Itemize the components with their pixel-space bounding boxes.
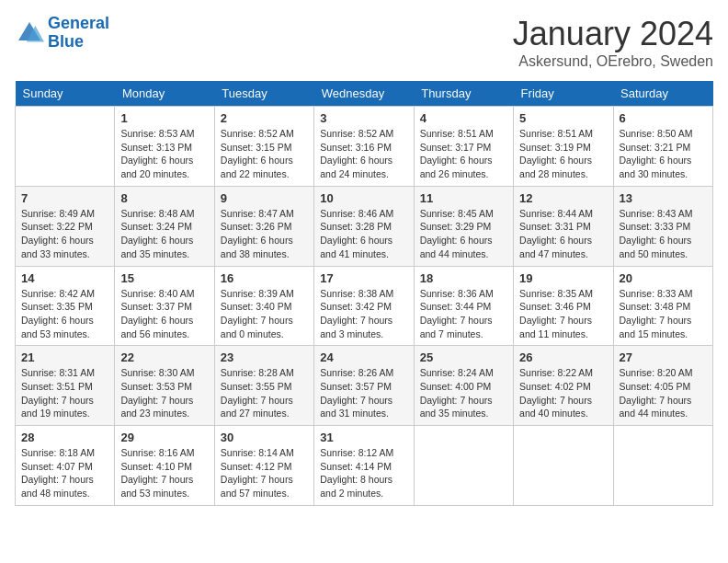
day-info: Sunrise: 8:52 AMSunset: 3:15 PMDaylight:… bbox=[221, 127, 308, 181]
day-number: 4 bbox=[420, 111, 507, 125]
calendar-cell: 18Sunrise: 8:36 AMSunset: 3:44 PMDayligh… bbox=[414, 266, 513, 346]
day-info: Sunrise: 8:22 AMSunset: 4:02 PMDaylight:… bbox=[519, 366, 607, 420]
day-info: Sunrise: 8:51 AMSunset: 3:19 PMDaylight:… bbox=[519, 127, 607, 181]
day-info: Sunrise: 8:31 AMSunset: 3:51 PMDaylight:… bbox=[21, 366, 108, 420]
logo: General Blue bbox=[15, 15, 109, 52]
day-number: 2 bbox=[221, 111, 308, 125]
day-info: Sunrise: 8:52 AMSunset: 3:16 PMDaylight:… bbox=[320, 127, 407, 181]
day-number: 13 bbox=[620, 191, 707, 205]
day-info: Sunrise: 8:47 AMSunset: 3:26 PMDaylight:… bbox=[221, 207, 308, 261]
calendar-cell: 14Sunrise: 8:42 AMSunset: 3:35 PMDayligh… bbox=[16, 266, 115, 346]
calendar-cell: 16Sunrise: 8:39 AMSunset: 3:40 PMDayligh… bbox=[214, 266, 313, 346]
day-info: Sunrise: 8:20 AMSunset: 4:05 PMDaylight:… bbox=[620, 366, 707, 420]
day-info: Sunrise: 8:16 AMSunset: 4:10 PMDaylight:… bbox=[120, 446, 208, 500]
calendar-cell: 8Sunrise: 8:48 AMSunset: 3:24 PMDaylight… bbox=[115, 186, 214, 266]
calendar-cell: 1Sunrise: 8:53 AMSunset: 3:13 PMDaylight… bbox=[115, 107, 214, 187]
day-info: Sunrise: 8:39 AMSunset: 3:40 PMDaylight:… bbox=[221, 287, 308, 341]
day-number: 23 bbox=[221, 350, 308, 364]
calendar-table: SundayMondayTuesdayWednesdayThursdayFrid… bbox=[15, 81, 713, 506]
day-number: 28 bbox=[21, 431, 108, 444]
calendar-cell bbox=[16, 107, 115, 187]
day-number: 17 bbox=[320, 271, 407, 285]
day-number: 27 bbox=[620, 350, 707, 364]
day-number: 24 bbox=[320, 350, 407, 364]
weekday-header-thursday: Thursday bbox=[414, 81, 513, 107]
day-number: 11 bbox=[420, 191, 507, 205]
calendar-cell: 12Sunrise: 8:44 AMSunset: 3:31 PMDayligh… bbox=[514, 186, 613, 266]
calendar-cell: 22Sunrise: 8:30 AMSunset: 3:53 PMDayligh… bbox=[115, 346, 214, 426]
day-number: 3 bbox=[320, 111, 407, 125]
calendar-cell: 9Sunrise: 8:47 AMSunset: 3:26 PMDaylight… bbox=[214, 186, 313, 266]
day-number: 9 bbox=[221, 191, 308, 205]
day-number: 22 bbox=[120, 350, 208, 364]
day-info: Sunrise: 8:50 AMSunset: 3:21 PMDaylight:… bbox=[620, 127, 707, 181]
day-number: 14 bbox=[21, 271, 108, 285]
day-number: 5 bbox=[519, 111, 607, 125]
day-number: 18 bbox=[420, 271, 507, 285]
calendar-cell: 19Sunrise: 8:35 AMSunset: 3:46 PMDayligh… bbox=[514, 266, 613, 346]
day-info: Sunrise: 8:51 AMSunset: 3:17 PMDaylight:… bbox=[420, 127, 507, 181]
month-title: January 2024 bbox=[513, 15, 713, 53]
day-info: Sunrise: 8:42 AMSunset: 3:35 PMDaylight:… bbox=[21, 287, 108, 341]
calendar-cell: 29Sunrise: 8:16 AMSunset: 4:10 PMDayligh… bbox=[115, 426, 214, 506]
day-info: Sunrise: 8:18 AMSunset: 4:07 PMDaylight:… bbox=[21, 446, 108, 500]
week-row-2: 7Sunrise: 8:49 AMSunset: 3:22 PMDaylight… bbox=[16, 186, 713, 266]
calendar-cell bbox=[414, 426, 513, 506]
day-number: 7 bbox=[21, 191, 108, 205]
day-number: 26 bbox=[519, 350, 607, 364]
calendar-cell bbox=[514, 426, 613, 506]
day-info: Sunrise: 8:36 AMSunset: 3:44 PMDaylight:… bbox=[420, 287, 507, 341]
day-number: 1 bbox=[120, 111, 208, 125]
day-info: Sunrise: 8:45 AMSunset: 3:29 PMDaylight:… bbox=[420, 207, 507, 261]
day-number: 20 bbox=[620, 271, 707, 285]
weekday-header-saturday: Saturday bbox=[613, 81, 712, 107]
calendar-cell: 27Sunrise: 8:20 AMSunset: 4:05 PMDayligh… bbox=[613, 346, 712, 426]
weekday-header-monday: Monday bbox=[115, 81, 214, 107]
calendar-cell: 26Sunrise: 8:22 AMSunset: 4:02 PMDayligh… bbox=[514, 346, 613, 426]
calendar-cell: 11Sunrise: 8:45 AMSunset: 3:29 PMDayligh… bbox=[414, 186, 513, 266]
logo-blue: Blue bbox=[48, 32, 84, 51]
day-info: Sunrise: 8:24 AMSunset: 4:00 PMDaylight:… bbox=[420, 366, 507, 420]
calendar-cell: 20Sunrise: 8:33 AMSunset: 3:48 PMDayligh… bbox=[613, 266, 712, 346]
calendar-cell: 4Sunrise: 8:51 AMSunset: 3:17 PMDaylight… bbox=[414, 107, 513, 187]
calendar-cell: 7Sunrise: 8:49 AMSunset: 3:22 PMDaylight… bbox=[16, 186, 115, 266]
calendar-cell: 24Sunrise: 8:26 AMSunset: 3:57 PMDayligh… bbox=[314, 346, 414, 426]
day-info: Sunrise: 8:14 AMSunset: 4:12 PMDaylight:… bbox=[221, 446, 308, 500]
weekday-header-wednesday: Wednesday bbox=[314, 81, 414, 107]
day-info: Sunrise: 8:53 AMSunset: 3:13 PMDaylight:… bbox=[120, 127, 208, 181]
day-info: Sunrise: 8:28 AMSunset: 3:55 PMDaylight:… bbox=[221, 366, 308, 420]
location-title: Askersund, OErebro, Sweden bbox=[513, 53, 713, 70]
day-number: 29 bbox=[120, 431, 208, 444]
day-info: Sunrise: 8:30 AMSunset: 3:53 PMDaylight:… bbox=[120, 366, 208, 420]
week-row-1: 1Sunrise: 8:53 AMSunset: 3:13 PMDaylight… bbox=[16, 107, 713, 187]
day-info: Sunrise: 8:49 AMSunset: 3:22 PMDaylight:… bbox=[21, 207, 108, 261]
calendar-cell: 15Sunrise: 8:40 AMSunset: 3:37 PMDayligh… bbox=[115, 266, 214, 346]
calendar-cell: 5Sunrise: 8:51 AMSunset: 3:19 PMDaylight… bbox=[514, 107, 613, 187]
title-block: January 2024 Askersund, OErebro, Sweden bbox=[513, 15, 713, 70]
calendar-cell: 2Sunrise: 8:52 AMSunset: 3:15 PMDaylight… bbox=[214, 107, 313, 187]
week-row-4: 21Sunrise: 8:31 AMSunset: 3:51 PMDayligh… bbox=[16, 346, 713, 426]
logo-general: General bbox=[48, 14, 109, 32]
day-number: 16 bbox=[221, 271, 308, 285]
calendar-cell: 3Sunrise: 8:52 AMSunset: 3:16 PMDaylight… bbox=[314, 107, 414, 187]
day-info: Sunrise: 8:43 AMSunset: 3:33 PMDaylight:… bbox=[620, 207, 707, 261]
calendar-cell: 31Sunrise: 8:12 AMSunset: 4:14 PMDayligh… bbox=[314, 426, 414, 506]
day-number: 10 bbox=[320, 191, 407, 205]
day-info: Sunrise: 8:35 AMSunset: 3:46 PMDaylight:… bbox=[519, 287, 607, 341]
week-row-3: 14Sunrise: 8:42 AMSunset: 3:35 PMDayligh… bbox=[16, 266, 713, 346]
header: General Blue January 2024 Askersund, OEr… bbox=[15, 15, 713, 70]
day-info: Sunrise: 8:38 AMSunset: 3:42 PMDaylight:… bbox=[320, 287, 407, 341]
weekday-header-tuesday: Tuesday bbox=[214, 81, 313, 107]
day-number: 12 bbox=[519, 191, 607, 205]
calendar-cell: 13Sunrise: 8:43 AMSunset: 3:33 PMDayligh… bbox=[613, 186, 712, 266]
day-number: 30 bbox=[221, 431, 308, 444]
day-info: Sunrise: 8:44 AMSunset: 3:31 PMDaylight:… bbox=[519, 207, 607, 261]
day-info: Sunrise: 8:48 AMSunset: 3:24 PMDaylight:… bbox=[120, 207, 208, 261]
day-info: Sunrise: 8:33 AMSunset: 3:48 PMDaylight:… bbox=[620, 287, 707, 341]
calendar-cell: 6Sunrise: 8:50 AMSunset: 3:21 PMDaylight… bbox=[613, 107, 712, 187]
calendar-cell: 25Sunrise: 8:24 AMSunset: 4:00 PMDayligh… bbox=[414, 346, 513, 426]
calendar-cell: 23Sunrise: 8:28 AMSunset: 3:55 PMDayligh… bbox=[214, 346, 313, 426]
calendar-cell: 28Sunrise: 8:18 AMSunset: 4:07 PMDayligh… bbox=[16, 426, 115, 506]
day-number: 15 bbox=[120, 271, 208, 285]
day-number: 31 bbox=[320, 431, 407, 444]
